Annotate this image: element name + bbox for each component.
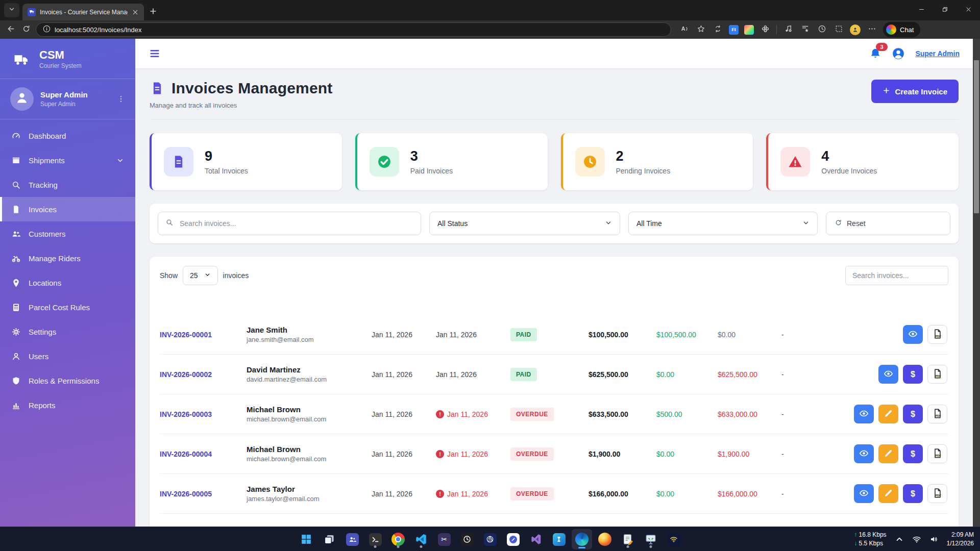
download-pdf-button[interactable]: PDF xyxy=(927,365,947,384)
taskbar-pen-app-icon[interactable] xyxy=(503,529,523,549)
invoice-number-link[interactable]: INV-2026-00001 xyxy=(160,331,247,339)
sidebar-item-parcel-cost-rules[interactable]: Parcel Cost Rules xyxy=(0,295,135,319)
invoice-page-icon xyxy=(150,81,165,96)
record-payment-button[interactable]: $ xyxy=(903,484,923,503)
view-invoice-button[interactable] xyxy=(854,405,874,423)
back-icon[interactable] xyxy=(5,24,16,35)
rewards-icon[interactable] xyxy=(712,24,723,35)
wifi-icon[interactable] xyxy=(912,535,921,544)
search-input[interactable] xyxy=(179,219,413,228)
address-bar[interactable]: localhost:5002/Invoices/Index xyxy=(36,22,671,37)
download-pdf-button[interactable]: PDF xyxy=(927,405,947,423)
copilot-chat-button[interactable]: Chat xyxy=(883,22,920,37)
browser-tab[interactable]: Invoices - Courier Service Manage xyxy=(22,4,144,20)
table-search-input[interactable] xyxy=(851,271,946,280)
taskbar-task-view-icon[interactable] xyxy=(319,529,339,549)
sidebar-item-customers[interactable]: Customers xyxy=(0,221,135,246)
sidebar-item-label: Parcel Cost Rules xyxy=(29,303,90,312)
scrollbar-thumb[interactable] xyxy=(974,60,979,213)
invoice-search-field[interactable] xyxy=(158,212,421,235)
taskbar-snipping-icon[interactable]: ✂ xyxy=(434,529,454,549)
volume-icon[interactable] xyxy=(929,535,939,544)
page-scrollbar[interactable] xyxy=(973,39,980,527)
time-filter-select[interactable]: All Time xyxy=(628,212,818,235)
user-menu-dots-icon[interactable] xyxy=(117,94,125,104)
user-circle-icon[interactable] xyxy=(892,47,905,60)
taskbar-visual-studio-icon[interactable] xyxy=(526,529,546,549)
user-profile-link[interactable]: Super Admin xyxy=(915,49,960,58)
more-menu-icon[interactable] xyxy=(866,24,877,35)
taskbar-edge-icon[interactable] xyxy=(572,529,592,549)
total-amount: $100,500.00 xyxy=(589,331,656,339)
invoice-number-link[interactable]: INV-2026-00004 xyxy=(160,450,247,458)
new-tab-button[interactable] xyxy=(149,7,157,15)
history-icon[interactable] xyxy=(816,24,827,35)
sidebar-item-users[interactable]: Users xyxy=(0,344,135,368)
sidebar-item-tracking[interactable]: Tracking xyxy=(0,172,135,197)
read-aloud-icon[interactable]: A xyxy=(678,24,690,35)
sidebar-item-reports[interactable]: Reports xyxy=(0,393,135,417)
taskbar-notepad-icon[interactable] xyxy=(618,529,638,549)
record-payment-button[interactable]: $ xyxy=(903,444,923,463)
taskbar-camera-app-icon[interactable] xyxy=(480,529,500,549)
taskbar-data-app-icon[interactable] xyxy=(549,529,569,549)
browser-profile-avatar[interactable] xyxy=(850,24,861,35)
download-pdf-button[interactable]: PDF xyxy=(927,444,947,463)
sidebar-item-dashboard[interactable]: Dashboard xyxy=(0,123,135,148)
pdf-file-icon: PDF xyxy=(932,448,943,460)
color-picker-extension-icon[interactable] xyxy=(744,25,754,35)
extensions-icon[interactable] xyxy=(760,24,771,35)
reset-filters-button[interactable]: Reset xyxy=(826,212,950,235)
screenshot-icon[interactable] xyxy=(833,24,844,35)
clock-widget[interactable]: 2:09 AM 1/12/2026 xyxy=(947,531,974,548)
fi-extension-icon[interactable]: FI xyxy=(729,25,739,35)
tab-list-chevron-icon[interactable] xyxy=(4,3,19,17)
invoice-number-link[interactable]: INV-2026-00003 xyxy=(160,410,247,418)
table-search-field[interactable] xyxy=(845,266,948,285)
taskbar-remote-desktop-icon[interactable] xyxy=(641,529,661,549)
sidebar-item-roles-permissions[interactable]: Roles & Permissions xyxy=(0,368,135,393)
sidebar-item-shipments[interactable]: Shipments xyxy=(0,148,135,172)
notifications-bell-icon[interactable]: 3 xyxy=(869,47,881,60)
refresh-icon[interactable] xyxy=(20,24,32,35)
record-payment-button[interactable]: $ xyxy=(903,365,923,384)
edit-invoice-button[interactable] xyxy=(878,405,898,423)
taskbar-terminal-icon[interactable] xyxy=(365,529,385,549)
sidebar-item-locations[interactable]: Locations xyxy=(0,270,135,295)
sidebar-item-manage-riders[interactable]: Manage Riders xyxy=(0,246,135,270)
media-controls-icon[interactable] xyxy=(782,24,794,35)
view-invoice-button[interactable] xyxy=(854,484,874,503)
edit-invoice-button[interactable] xyxy=(878,444,898,463)
record-payment-button[interactable]: $ xyxy=(903,405,923,423)
sidebar-item-invoices[interactable]: Invoices xyxy=(0,197,135,221)
taskbar-teams-icon[interactable] xyxy=(342,529,362,549)
taskbar-firefox-icon[interactable] xyxy=(595,529,615,549)
status-filter-select[interactable]: All Status xyxy=(429,212,620,235)
invoice-number-link[interactable]: INV-2026-00002 xyxy=(160,370,247,379)
taskbar-chrome-icon[interactable] xyxy=(388,529,408,549)
sidebar-item-settings[interactable]: Settings xyxy=(0,319,135,344)
view-invoice-button[interactable] xyxy=(903,325,923,344)
site-info-icon[interactable] xyxy=(42,24,51,35)
view-invoice-button[interactable] xyxy=(854,444,874,463)
hamburger-menu-icon[interactable] xyxy=(149,47,161,60)
download-pdf-button[interactable]: PDF xyxy=(927,484,947,503)
customer-email: james.taylor@email.com xyxy=(247,495,372,503)
minimize-button[interactable] xyxy=(910,0,933,20)
taskbar-clock-app-icon[interactable] xyxy=(457,529,477,549)
view-invoice-button[interactable] xyxy=(878,365,898,384)
edit-invoice-button[interactable] xyxy=(878,484,898,503)
per-page-select[interactable]: 25 xyxy=(183,266,218,285)
taskbar-vscode-icon[interactable] xyxy=(411,529,431,549)
taskbar-wifi-app-icon[interactable] xyxy=(664,529,684,549)
download-pdf-button[interactable]: PDF xyxy=(927,325,947,344)
collections-icon[interactable] xyxy=(799,24,811,35)
restore-button[interactable] xyxy=(933,0,957,20)
favorite-star-icon[interactable] xyxy=(695,24,706,35)
invoice-number-link[interactable]: INV-2026-00005 xyxy=(160,490,247,498)
close-button[interactable] xyxy=(957,0,980,20)
tab-close-icon[interactable] xyxy=(132,9,139,16)
create-invoice-button[interactable]: Create Invoice xyxy=(871,80,959,103)
taskbar-start-icon[interactable] xyxy=(296,529,316,549)
hidden-icons-chevron-icon[interactable] xyxy=(895,535,904,544)
